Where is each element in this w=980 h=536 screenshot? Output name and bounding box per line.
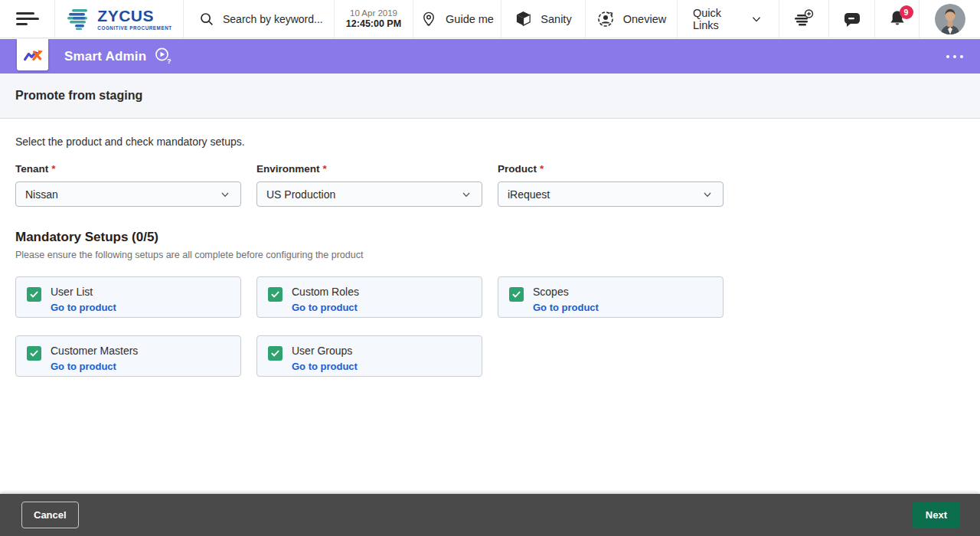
notification-badge: 9 — [900, 5, 913, 19]
go-to-product-link[interactable]: Go to product — [533, 302, 599, 313]
zycus-emblem-icon — [66, 7, 92, 31]
tenant-field: Tenant* Nissan — [15, 163, 241, 207]
main-menu-button[interactable] — [0, 0, 55, 38]
screen: ZYCUS COGNITIVE PROCUREMENT 10 Apr 2019 … — [0, 0, 980, 536]
environment-value: US Production — [266, 188, 335, 201]
add-app-button[interactable] — [779, 0, 829, 38]
setup-card-user-groups: User Groups Go to product — [256, 335, 482, 377]
video-help-button[interactable]: ? — [154, 47, 173, 66]
zycus-logo: ZYCUS COGNITIVE PROCUREMENT — [55, 0, 184, 38]
user-avatar[interactable] — [920, 0, 980, 38]
setup-checkbox[interactable] — [27, 346, 41, 361]
setup-card-customer-masters: Customer Masters Go to product — [15, 335, 241, 377]
selection-fields: Tenant* Nissan Environment* US Productio… — [15, 163, 980, 207]
required-marker: * — [51, 163, 55, 175]
datetime-display: 10 Apr 2019 12:45:00 PM — [335, 0, 413, 38]
search-icon — [199, 11, 214, 27]
next-button[interactable]: Next — [913, 502, 960, 528]
layers-plus-icon — [792, 8, 815, 30]
setup-checkbox[interactable] — [509, 287, 524, 302]
page-header: Promote from staging — [0, 74, 980, 119]
nav-item-quick-links[interactable]: Quick Links — [678, 0, 779, 38]
chevron-down-icon — [750, 12, 763, 26]
setup-checkbox[interactable] — [27, 287, 41, 302]
chat-bubble-icon — [842, 9, 862, 29]
product-value: iRequest — [508, 188, 550, 201]
mandatory-setups-title: Mandatory Setups (0/5) — [15, 230, 980, 245]
setup-checkbox[interactable] — [268, 287, 283, 302]
environment-label: Environment* — [256, 163, 482, 175]
chevron-down-icon — [219, 188, 231, 201]
nav-item-oneview[interactable]: Oneview — [586, 0, 678, 38]
smart-admin-app-icon — [17, 39, 48, 70]
mandatory-setups-subtitle: Please ensure the following setups are a… — [15, 250, 980, 260]
product-label: Product* — [498, 163, 724, 175]
location-pin-icon — [420, 11, 437, 28]
go-to-product-link[interactable]: Go to product — [51, 302, 116, 313]
quick-links-label: Quick Links — [693, 7, 750, 31]
search-input[interactable] — [223, 13, 334, 25]
cube-icon — [514, 10, 532, 28]
global-search — [184, 0, 335, 38]
action-footer: Cancel Next — [0, 494, 980, 536]
chevron-down-icon — [701, 188, 714, 201]
setup-title: Scopes — [533, 286, 599, 299]
setup-title: Custom Roles — [292, 286, 359, 299]
setup-card-user-list: User List Go to product — [15, 276, 241, 318]
product-select[interactable]: iRequest — [498, 181, 724, 207]
person-sync-icon — [596, 10, 615, 28]
more-options-button[interactable] — [945, 51, 965, 63]
setup-title: User Groups — [292, 345, 358, 358]
avatar-image — [935, 4, 965, 34]
setup-card-custom-roles: Custom Roles Go to product — [256, 276, 482, 318]
nav-item-guide-me[interactable]: Guide me — [413, 0, 501, 38]
oneview-label: Oneview — [623, 13, 666, 25]
instruction-text: Select the product and check mandatory s… — [15, 136, 980, 148]
main-content: Select the product and check mandatory s… — [0, 119, 980, 377]
notifications-button[interactable]: 9 — [875, 0, 920, 38]
help-question-glyph: ? — [167, 57, 172, 65]
guide-me-label: Guide me — [446, 13, 494, 25]
environment-field: Environment* US Production — [256, 163, 482, 207]
feedback-chat-button[interactable] — [829, 0, 875, 38]
product-field: Product* iRequest — [498, 163, 724, 207]
setup-cards: User List Go to product Custom Roles Go … — [15, 276, 980, 377]
app-title: Smart Admin — [64, 49, 146, 64]
hamburger-icon — [16, 12, 39, 25]
logo-tagline: COGNITIVE PROCUREMENT — [97, 25, 172, 31]
logo-brand: ZYCUS — [97, 8, 154, 24]
go-to-product-link[interactable]: Go to product — [51, 361, 138, 372]
nav-item-sanity[interactable]: Sanity — [501, 0, 586, 38]
setup-title: User List — [51, 286, 116, 299]
current-time: 12:45:00 PM — [346, 18, 401, 31]
chevron-down-icon — [460, 188, 472, 201]
setup-checkbox[interactable] — [268, 346, 283, 361]
required-marker: * — [540, 163, 544, 175]
go-to-product-link[interactable]: Go to product — [292, 302, 359, 313]
setup-title: Customer Masters — [51, 345, 138, 358]
go-to-product-link[interactable]: Go to product — [292, 361, 358, 372]
current-date: 10 Apr 2019 — [350, 8, 397, 18]
tenant-label: Tenant* — [15, 163, 241, 175]
page-title: Promote from staging — [15, 89, 142, 103]
environment-select[interactable]: US Production — [256, 181, 482, 207]
app-bar: Smart Admin ? — [0, 39, 980, 74]
sanity-label: Sanity — [541, 13, 571, 25]
tenant-value: Nissan — [25, 188, 58, 201]
setup-card-scopes: Scopes Go to product — [498, 276, 724, 318]
required-marker: * — [323, 163, 327, 175]
tenant-select[interactable]: Nissan — [15, 181, 241, 207]
cancel-button[interactable]: Cancel — [21, 502, 79, 528]
top-navbar: ZYCUS COGNITIVE PROCUREMENT 10 Apr 2019 … — [0, 0, 980, 38]
